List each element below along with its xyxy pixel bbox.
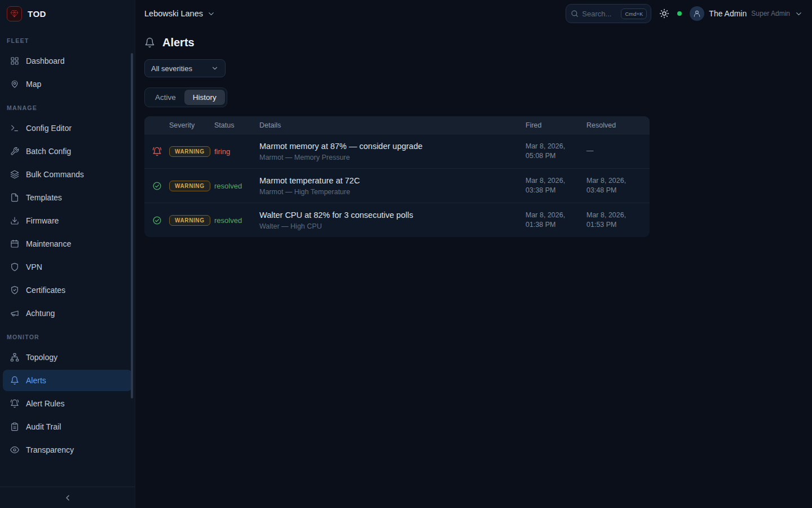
sidebar-item-audit-trail[interactable]: Audit Trail	[3, 416, 132, 437]
file-icon	[10, 193, 19, 202]
org-selector-label: Lebowski Lanes	[144, 9, 203, 18]
sidebar-item-certificates[interactable]: Certificates	[3, 279, 132, 301]
sidebar-item-label: Alert Rules	[26, 399, 64, 408]
chevron-down-icon	[207, 10, 215, 18]
column-header-details: Details	[259, 121, 526, 129]
sidebar-item-label: Certificates	[26, 286, 65, 295]
alert-subtitle: Walter — High CPU	[259, 222, 517, 230]
app-name: TOD	[28, 9, 46, 19]
bell-ring-icon	[10, 399, 19, 408]
alerts-tab-group: Active History	[144, 87, 227, 107]
search-input[interactable]	[582, 10, 617, 18]
resolved-time: Mar 8, 2026, 01:53 PM	[586, 211, 650, 230]
layers-icon	[10, 170, 19, 179]
fired-time: Mar 8, 2026, 03:38 PM	[526, 176, 586, 196]
section-label-fleet: FLEET	[0, 29, 135, 49]
sun-icon	[659, 8, 669, 19]
table-row[interactable]: WARNING firing Marmot memory at 87% — co…	[144, 134, 650, 168]
sidebar-collapse-button[interactable]	[0, 487, 135, 508]
sidebar-item-dashboard[interactable]: Dashboard	[3, 50, 132, 72]
resolved-time: Mar 8, 2026, 03:48 PM	[586, 176, 650, 196]
severity-badge: WARNING	[169, 215, 210, 226]
fired-time: Mar 8, 2026, 05:08 PM	[526, 142, 586, 161]
sidebar-item-firmware[interactable]: Firmware	[3, 210, 132, 231]
logo-gem-icon	[7, 6, 22, 21]
tab-active[interactable]: Active	[147, 90, 184, 105]
sidebar-item-map[interactable]: Map	[3, 73, 132, 95]
alerts-page: Alerts All severities Active History Sev…	[135, 27, 812, 246]
sidebar-item-label: Firmware	[26, 216, 59, 225]
status-text: firing	[214, 147, 230, 156]
avatar	[690, 6, 704, 21]
sidebar-item-alerts[interactable]: Alerts	[3, 370, 132, 391]
check-circle-icon	[144, 216, 169, 225]
sidebar: TOD FLEET Dashboard Map MANAGE Config Ed…	[0, 0, 135, 508]
sidebar-item-achtung[interactable]: Achtung	[3, 303, 132, 324]
user-name: The Admin	[709, 9, 747, 18]
map-pin-icon	[10, 80, 19, 89]
topbar: Lebowski Lanes Cmd+K The Admin Super Adm…	[135, 0, 812, 27]
org-selector[interactable]: Lebowski Lanes	[144, 9, 215, 18]
chevron-down-icon	[211, 64, 219, 72]
sidebar-item-templates[interactable]: Templates	[3, 187, 132, 208]
main-area: Lebowski Lanes Cmd+K The Admin Super Adm…	[135, 0, 812, 246]
clipboard-icon	[10, 422, 19, 431]
sidebar-item-bulk-commands[interactable]: Bulk Commands	[3, 164, 132, 185]
alerts-table: Severity Status Details Fired Resolved W…	[144, 116, 650, 237]
section-label-manage: MANAGE	[0, 97, 135, 116]
check-circle-icon	[144, 181, 169, 191]
connection-status-dot	[677, 11, 682, 16]
page-title: Alerts	[162, 36, 195, 49]
sidebar-item-label: Alerts	[26, 376, 46, 385]
alert-subtitle: Marmot — High Temperature	[259, 188, 517, 196]
sidebar-item-label: Maintenance	[26, 239, 71, 248]
user-role: Super Admin	[751, 10, 790, 17]
eye-icon	[10, 445, 19, 454]
severity-badge: WARNING	[169, 146, 210, 157]
alert-subtitle: Marmot — Memory Pressure	[259, 154, 517, 161]
calendar-icon	[10, 239, 19, 248]
severity-filter-value: All severities	[151, 64, 192, 73]
sidebar-item-vpn[interactable]: VPN	[3, 256, 132, 278]
sidebar-item-label: Topology	[26, 353, 58, 362]
search-box[interactable]: Cmd+K	[566, 4, 651, 23]
sidebar-item-label: Bulk Commands	[26, 170, 84, 179]
section-label-monitor: MONITOR	[0, 326, 135, 345]
chevron-down-icon	[795, 10, 803, 18]
table-row[interactable]: WARNING resolved Marmot temperature at 7…	[144, 168, 650, 203]
sidebar-item-topology[interactable]: Topology	[3, 347, 132, 368]
user-icon	[693, 10, 701, 17]
user-menu[interactable]: The Admin Super Admin	[690, 6, 803, 21]
tab-history[interactable]: History	[184, 90, 225, 105]
severity-filter-select[interactable]: All severities	[144, 59, 226, 77]
shield-icon	[10, 262, 19, 271]
sidebar-item-alert-rules[interactable]: Alert Rules	[3, 393, 132, 414]
table-row[interactable]: WARNING resolved Walter CPU at 82% for 3…	[144, 203, 650, 237]
sidebar-item-label: Achtung	[26, 309, 55, 318]
sidebar-item-label: Transparency	[26, 445, 74, 454]
bell-icon	[144, 37, 155, 48]
download-icon	[10, 216, 19, 225]
sidebar-item-batch-config[interactable]: Batch Config	[3, 141, 132, 162]
alert-title: Walter CPU at 82% for 3 consecutive poll…	[259, 211, 517, 220]
status-text: resolved	[214, 182, 242, 190]
bell-icon	[10, 376, 19, 385]
search-icon	[571, 10, 579, 17]
sidebar-item-label: Dashboard	[26, 56, 65, 65]
terminal-icon	[10, 124, 19, 133]
sidebar-item-config-editor[interactable]: Config Editor	[3, 117, 132, 139]
sidebar-item-maintenance[interactable]: Maintenance	[3, 233, 132, 255]
theme-toggle-button[interactable]	[659, 8, 669, 19]
sidebar-item-transparency[interactable]: Transparency	[3, 439, 132, 461]
search-shortcut-badge: Cmd+K	[621, 8, 647, 19]
chevron-left-icon	[63, 493, 72, 502]
grid-icon	[10, 56, 19, 65]
alert-title: Marmot memory at 87% — consider upgrade	[259, 142, 517, 151]
column-header-severity: Severity	[169, 121, 214, 129]
resolved-time: —	[586, 146, 650, 156]
sidebar-scrollbar[interactable]	[131, 53, 133, 398]
severity-badge: WARNING	[169, 181, 210, 191]
sidebar-item-label: Audit Trail	[26, 422, 61, 431]
sidebar-item-label: Batch Config	[26, 147, 71, 156]
table-header-row: Severity Status Details Fired Resolved	[144, 116, 650, 134]
